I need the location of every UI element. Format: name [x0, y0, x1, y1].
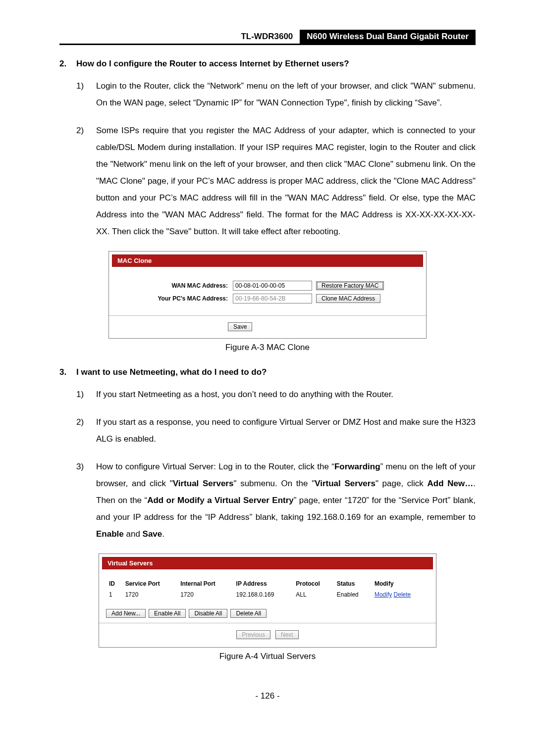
step-number: 3): [76, 458, 96, 543]
wan-mac-input[interactable]: [233, 281, 312, 291]
question-3: 3. I want to use Netmeeting, what do I n…: [59, 367, 476, 377]
previous-button[interactable]: Previous: [236, 630, 270, 639]
model-number: TL-WDR3600: [241, 30, 300, 44]
q3-step-2: 2) If you start as a response, you need …: [76, 414, 476, 448]
cell-internal-port: 1720: [177, 589, 233, 600]
question-text: I want to use Netmeeting, what do I need…: [76, 367, 476, 377]
figure-mac-clone: MAC Clone WAN MAC Address: Restore Facto…: [59, 251, 476, 339]
virtual-servers-table: ID Service Port Internal Port IP Address…: [106, 578, 429, 600]
cell-status: Enabled: [334, 589, 372, 600]
question-number: 2.: [59, 59, 76, 69]
modify-link[interactable]: Modify: [374, 591, 392, 598]
add-new-button[interactable]: Add New...: [106, 609, 146, 618]
question-2: 2. How do I configure the Router to acce…: [59, 59, 476, 69]
delete-all-button[interactable]: Delete All: [230, 609, 267, 618]
figure-virtual-servers: Virtual Servers ID Service Port Internal…: [59, 554, 476, 648]
col-modify: Modify: [372, 578, 429, 589]
q3-step-1: 1) If you start Netmeeting as a host, yo…: [76, 386, 476, 403]
panel-title: MAC Clone: [112, 254, 423, 267]
cell-id: 1: [106, 589, 122, 600]
question-text: How do I configure the Router to access …: [76, 59, 476, 69]
page-header: TL-WDR3600 N600 Wireless Dual Band Gigab…: [59, 30, 476, 45]
panel-title: Virtual Servers: [102, 557, 433, 569]
step-text: How to configure Virtual Server: Log in …: [96, 458, 476, 543]
clone-mac-address-button[interactable]: Clone MAC Address: [316, 294, 380, 303]
figure-caption: Figure A-3 MAC Clone: [59, 343, 476, 353]
question-number: 3.: [59, 367, 76, 377]
restore-factory-mac-button[interactable]: Restore Factory MAC: [316, 281, 384, 290]
table-row: 1 1720 1720 192.168.0.169 ALL Enabled Mo…: [106, 589, 429, 600]
col-ip-address: IP Address: [233, 578, 293, 589]
col-status: Status: [334, 578, 372, 589]
cell-protocol: ALL: [293, 589, 333, 600]
table-header-row: ID Service Port Internal Port IP Address…: [106, 578, 429, 589]
next-button[interactable]: Next: [275, 630, 299, 639]
page-number: - 126 -: [59, 691, 476, 701]
q3-step-3: 3) How to configure Virtual Server: Log …: [76, 458, 476, 543]
step-number: 2): [76, 414, 96, 448]
step-text: If you start as a response, you need to …: [96, 414, 476, 448]
cell-service-port: 1720: [122, 589, 178, 600]
step-text: If you start Netmeeting as a host, you d…: [96, 386, 476, 403]
pc-mac-label: Your PC's MAC Address:: [114, 295, 233, 302]
step-text: Login to the Router, click the “Network”…: [96, 78, 476, 111]
q2-step-2: 2) Some ISPs require that you register t…: [76, 122, 476, 240]
col-id: ID: [106, 578, 122, 589]
step-number: 1): [76, 386, 96, 403]
save-button[interactable]: Save: [228, 322, 252, 331]
figure-caption: Figure A-4 Virtual Servers: [59, 652, 476, 661]
wan-mac-label: WAN MAC Address:: [114, 282, 233, 289]
col-protocol: Protocol: [293, 578, 333, 589]
product-name: N600 Wireless Dual Band Gigabit Router: [300, 30, 476, 44]
enable-all-button[interactable]: Enable All: [149, 609, 186, 618]
step-text: Some ISPs require that you register the …: [96, 122, 476, 240]
col-service-port: Service Port: [122, 578, 178, 589]
step-number: 2): [76, 122, 96, 240]
disable-all-button[interactable]: Disable All: [189, 609, 227, 618]
cell-ip-address: 192.168.0.169: [233, 589, 293, 600]
q2-step-1: 1) Login to the Router, click the “Netwo…: [76, 78, 476, 111]
col-internal-port: Internal Port: [177, 578, 233, 589]
pc-mac-input[interactable]: [233, 294, 312, 303]
delete-link[interactable]: Delete: [394, 591, 411, 598]
step-number: 1): [76, 78, 96, 111]
